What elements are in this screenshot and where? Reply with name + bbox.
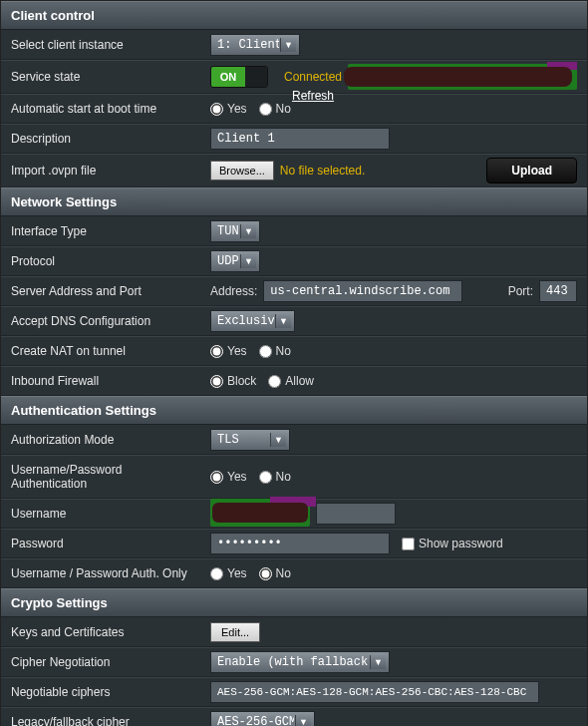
description-label: Description: [1, 128, 210, 150]
show-password-checkbox[interactable]: [402, 538, 415, 550]
keys-certs-label: Keys and Certificates: [1, 621, 210, 643]
select-client-instance[interactable]: 1: Client 1: [210, 34, 300, 56]
nat-no[interactable]: [259, 345, 272, 358]
browse-button[interactable]: Browse...: [210, 161, 274, 181]
create-nat-label: Create NAT on tunnel: [1, 340, 210, 362]
address-sublabel: Address:: [210, 284, 257, 298]
section-auth: Authentication Settings: [1, 396, 587, 425]
redacted-region: [348, 64, 577, 90]
userpass-auth-label: Username/Password Authentication: [1, 459, 210, 495]
edit-keys-button[interactable]: Edit...: [210, 622, 260, 642]
show-password-label: Show password: [419, 537, 503, 550]
section-network: Network Settings: [1, 187, 587, 216]
section-crypto: Crypto Settings: [1, 588, 587, 617]
username-label: Username: [1, 503, 210, 525]
service-state-toggle[interactable]: ON: [210, 66, 268, 88]
username-input[interactable]: [316, 503, 396, 525]
auto-start-no[interactable]: [259, 103, 272, 116]
section-client-control: Client control: [1, 1, 587, 30]
server-address-input[interactable]: [263, 280, 462, 302]
no-file-selected: No file selected.: [280, 164, 365, 178]
password-label: Password: [1, 533, 210, 554]
password-input[interactable]: [210, 533, 390, 554]
auto-start-yes[interactable]: [210, 103, 223, 116]
legacy-cipher-select[interactable]: AES-256-GCM: [210, 711, 315, 726]
interface-type-select[interactable]: TUN: [210, 220, 260, 242]
service-status: Connected: [284, 70, 342, 84]
service-state-label: Service state: [1, 66, 210, 88]
cipher-neg-select[interactable]: Enable (with fallback): [210, 651, 390, 673]
legacy-cipher-label: Legacy/fallback cipher: [1, 711, 210, 726]
inbound-firewall-label: Inbound Firewall: [1, 370, 210, 392]
auto-start-label: Automatic start at boot time: [1, 98, 210, 120]
port-sublabel: Port:: [508, 284, 533, 298]
import-ovpn-label: Import .ovpn file: [1, 160, 210, 182]
auth-mode-select[interactable]: TLS: [210, 429, 290, 451]
protocol-select[interactable]: UDP: [210, 250, 260, 272]
refresh-link[interactable]: Refresh: [292, 89, 334, 103]
dns-config-label: Accept DNS Configuration: [1, 310, 210, 332]
select-client-label: Select client instance: [1, 34, 210, 56]
dns-config-select[interactable]: Exclusive: [210, 310, 295, 332]
firewall-block[interactable]: [210, 375, 223, 388]
userpass-yes[interactable]: [210, 471, 223, 484]
server-address-label: Server Address and Port: [1, 280, 210, 302]
userpass-only-no[interactable]: [259, 567, 272, 580]
userpass-only-label: Username / Password Auth. Only: [1, 562, 210, 584]
nat-yes[interactable]: [210, 345, 223, 358]
server-port-input[interactable]: [539, 280, 577, 302]
auth-mode-label: Authorization Mode: [1, 429, 210, 451]
interface-type-label: Interface Type: [1, 220, 210, 242]
neg-ciphers-label: Negotiable ciphers: [1, 681, 210, 703]
userpass-no[interactable]: [259, 471, 272, 484]
protocol-label: Protocol: [1, 250, 210, 272]
firewall-allow[interactable]: [268, 375, 281, 388]
cipher-neg-label: Cipher Negotiation: [1, 651, 210, 673]
auto-start-radio-group: Yes No: [210, 102, 291, 116]
description-input[interactable]: [210, 128, 390, 150]
userpass-only-yes[interactable]: [210, 567, 223, 580]
upload-button[interactable]: Upload: [486, 158, 577, 183]
neg-ciphers-input[interactable]: [210, 681, 539, 703]
